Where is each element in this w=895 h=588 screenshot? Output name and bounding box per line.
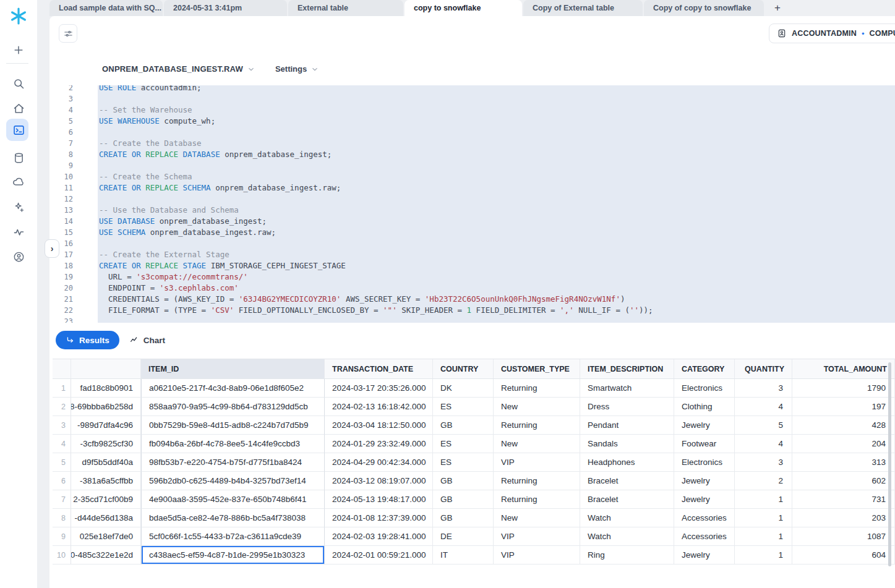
cell-rownum[interactable]: 4 bbox=[53, 435, 71, 453]
cell-quantity[interactable]: 1 bbox=[735, 509, 792, 527]
cell-category[interactable]: Jewelry bbox=[674, 546, 735, 565]
cell-clipped[interactable]: -3cfb9825cf30 bbox=[71, 435, 141, 453]
cell-country[interactable]: IT bbox=[433, 546, 494, 565]
cell-item_id[interactable]: 98fb53b7-e220-4754-b75f-d775f1ba8424 bbox=[141, 453, 325, 472]
cell-category[interactable]: Clothing bbox=[674, 398, 735, 416]
cell-quantity[interactable]: 1 bbox=[735, 546, 792, 565]
cell-clipped[interactable]: -989d7dfa4c96 bbox=[71, 416, 141, 435]
worksheet-tab[interactable]: 2024-05-31 3:41pm bbox=[164, 0, 287, 16]
cell-total_amount[interactable]: 204 bbox=[792, 435, 895, 453]
cell-rownum[interactable]: 1 bbox=[53, 379, 71, 398]
cell-total_amount[interactable]: 604 bbox=[792, 546, 895, 565]
cell-item_description[interactable]: Dress bbox=[580, 398, 674, 416]
cell-item_id[interactable]: fb094b6a-26bf-4c78-8ee5-14c4fe9ccbd3 bbox=[141, 435, 325, 453]
vertical-scrollbar[interactable] bbox=[888, 362, 891, 566]
cell-clipped[interactable]: 2-35cd71cf00b9 bbox=[71, 490, 141, 509]
cell-country[interactable]: ES bbox=[433, 453, 494, 472]
new-tab-button[interactable]: + bbox=[765, 0, 790, 16]
cell-total_amount[interactable]: 313 bbox=[792, 453, 895, 472]
cell-country[interactable]: GB bbox=[433, 472, 494, 490]
cell-category[interactable]: Accessories bbox=[674, 509, 735, 527]
column-header-country[interactable]: COUNTRY bbox=[433, 359, 494, 378]
cell-country[interactable]: GB bbox=[433, 490, 494, 509]
cell-clipped[interactable]: 8-69bbba6b258d bbox=[71, 398, 141, 416]
cell-clipped[interactable]: fad18c8b0901 bbox=[71, 379, 141, 398]
chevron-down-icon[interactable] bbox=[247, 65, 255, 74]
cell-customer_type[interactable]: Returning bbox=[494, 379, 580, 398]
cell-customer_type[interactable]: Returning bbox=[494, 416, 580, 435]
cell-transaction_date[interactable]: 2024-01-29 23:32:49.000 bbox=[325, 435, 433, 453]
column-header-transaction_date[interactable]: TRANSACTION_DATE bbox=[325, 359, 433, 378]
admin-icon[interactable] bbox=[0, 246, 37, 267]
cell-country[interactable]: ES bbox=[433, 435, 494, 453]
plus-icon[interactable] bbox=[0, 40, 37, 61]
cell-transaction_date[interactable]: 2024-02-03 19:28:41.000 bbox=[325, 527, 433, 546]
column-header-item_description[interactable]: ITEM_DESCRIPTION bbox=[580, 359, 674, 378]
cell-customer_type[interactable]: New bbox=[494, 398, 580, 416]
cell-customer_type[interactable]: New bbox=[494, 435, 580, 453]
cell-quantity[interactable]: 1 bbox=[735, 490, 792, 509]
cell-total_amount[interactable]: 731 bbox=[792, 490, 895, 509]
cell-item_description[interactable]: Sandals bbox=[580, 435, 674, 453]
cell-quantity[interactable]: 3 bbox=[735, 453, 792, 472]
cell-rownum[interactable]: 2 bbox=[53, 398, 71, 416]
cell-transaction_date[interactable]: 2024-02-01 00:59:21.000 bbox=[325, 546, 433, 565]
cell-quantity[interactable]: 5 bbox=[735, 416, 792, 435]
cell-total_amount[interactable]: 203 bbox=[792, 509, 895, 527]
cell-transaction_date[interactable]: 2024-02-13 16:18:42.000 bbox=[325, 398, 433, 416]
cell-transaction_date[interactable]: 2024-03-04 18:12:50.000 bbox=[325, 416, 433, 435]
cell-quantity[interactable]: 2 bbox=[735, 472, 792, 490]
cell-customer_type[interactable]: VIP bbox=[494, 546, 580, 565]
cell-category[interactable]: Electronics bbox=[674, 453, 735, 472]
cell-customer_type[interactable]: Returning bbox=[494, 472, 580, 490]
cell-country[interactable]: GB bbox=[433, 416, 494, 435]
column-header-rownum[interactable] bbox=[53, 359, 71, 378]
cell-customer_type[interactable]: New bbox=[494, 509, 580, 527]
cell-category[interactable]: Electronics bbox=[674, 379, 735, 398]
sql-editor[interactable]: 2USE ROLE accountadmin;34-- Set the Ware… bbox=[49, 85, 895, 323]
chart-tab-button[interactable]: Chart bbox=[119, 331, 175, 349]
cell-item_description[interactable]: Watch bbox=[580, 509, 674, 527]
cell-rownum[interactable]: 9 bbox=[53, 527, 71, 546]
worksheet-tab[interactable]: Load sample data with SQ... bbox=[49, 0, 163, 16]
cell-item_id[interactable]: bdae5d5a-ce82-4e78-886b-bc5a4f738038 bbox=[141, 509, 325, 527]
cell-customer_type[interactable]: VIP bbox=[494, 453, 580, 472]
cell-item_id[interactable]: 858aa970-9a95-4c99-8b64-d783129dd5cb bbox=[141, 398, 325, 416]
database-schema-selector[interactable]: ONPREM_DATABASE_INGEST.RAW bbox=[102, 64, 243, 74]
worksheet-tab[interactable]: External table bbox=[288, 0, 403, 16]
cell-total_amount[interactable]: 1790 bbox=[792, 379, 895, 398]
cell-category[interactable]: Jewelry bbox=[674, 490, 735, 509]
cell-quantity[interactable]: 1 bbox=[735, 527, 792, 546]
cell-transaction_date[interactable]: 2024-03-17 20:35:26.000 bbox=[325, 379, 433, 398]
cell-rownum[interactable]: 3 bbox=[53, 416, 71, 435]
cell-country[interactable]: ES bbox=[433, 398, 494, 416]
cell-total_amount[interactable]: 1087 bbox=[792, 527, 895, 546]
worksheet-tab[interactable]: Copy of copy to snowflake bbox=[644, 0, 764, 16]
session-context-selector[interactable]: ACCOUNTADMIN • COMPU bbox=[769, 23, 895, 43]
sparkles-icon[interactable] bbox=[0, 197, 37, 218]
cloud-icon[interactable] bbox=[0, 171, 37, 192]
databases-icon[interactable] bbox=[0, 147, 37, 168]
cell-clipped[interactable]: -381a6a5cffbb bbox=[71, 472, 141, 490]
filters-button[interactable] bbox=[59, 24, 77, 43]
chevron-down-icon[interactable] bbox=[310, 65, 319, 74]
cell-item_id[interactable]: 4e900aa8-3595-452e-837e-650b748b6f41 bbox=[141, 490, 325, 509]
cell-item_id[interactable]: 5cf0c66f-1c55-4433-b72a-c3611a9cde39 bbox=[141, 527, 325, 546]
cell-rownum[interactable]: 10 bbox=[53, 546, 71, 565]
cell-transaction_date[interactable]: 2024-05-13 19:48:17.000 bbox=[325, 490, 433, 509]
cell-item_description[interactable]: Bracelet bbox=[580, 490, 674, 509]
column-header-item_id[interactable]: ITEM_ID bbox=[141, 359, 325, 378]
cell-transaction_date[interactable]: 2024-01-08 12:37:39.000 bbox=[325, 509, 433, 527]
column-header-category[interactable]: CATEGORY bbox=[674, 359, 735, 378]
search-icon[interactable] bbox=[0, 73, 37, 94]
cell-clipped[interactable]: -d44de56d138a bbox=[71, 509, 141, 527]
cell-category[interactable]: Accessories bbox=[674, 527, 735, 546]
cell-rownum[interactable]: 7 bbox=[53, 490, 71, 509]
cell-item_description[interactable]: Headphones bbox=[580, 453, 674, 472]
cell-category[interactable]: Footwear bbox=[674, 435, 735, 453]
column-header-total_amount[interactable]: TOTAL_AMOUNT bbox=[792, 359, 895, 378]
expand-panel-handle[interactable]: › bbox=[45, 239, 59, 258]
activity-icon[interactable] bbox=[0, 221, 37, 242]
cell-clipped[interactable]: d9f5b5ddf40a bbox=[71, 453, 141, 472]
cell-country[interactable]: DK bbox=[433, 379, 494, 398]
